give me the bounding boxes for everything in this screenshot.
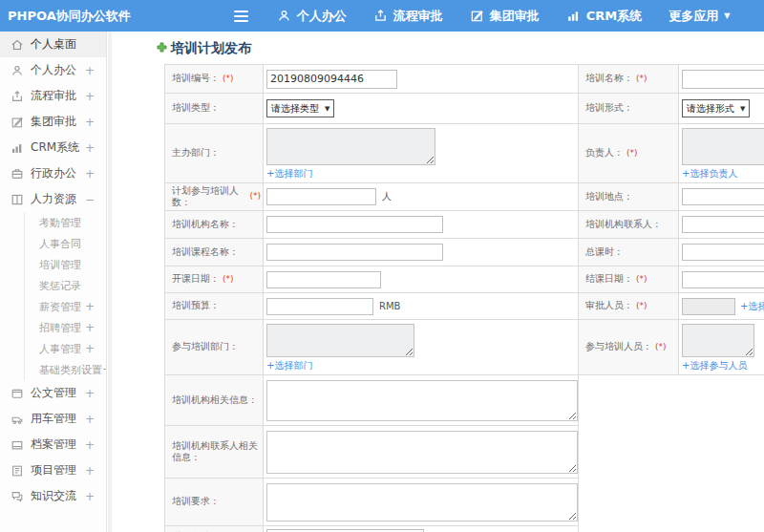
sidebar-item-label: 档案管理 (31, 436, 76, 453)
training-name-input[interactable] (682, 70, 764, 89)
expand-icon[interactable]: + (85, 141, 106, 155)
org-info-textarea[interactable] (266, 380, 578, 421)
select-value: 请选择形式 (687, 102, 734, 116)
expand-icon[interactable]: + (85, 464, 106, 478)
org-name-input[interactable] (266, 216, 443, 233)
sidebar-item-personal-desktop[interactable]: 个人桌面 (0, 32, 106, 57)
sidebar-item-label: 个人桌面 (31, 36, 76, 53)
expand-icon[interactable]: + (85, 116, 106, 129)
expand-icon[interactable]: + (85, 490, 106, 503)
expand-icon[interactable]: + (85, 300, 106, 313)
nav-crm[interactable]: CRM系统 (566, 8, 643, 25)
approver-box[interactable] (682, 298, 735, 315)
requirements-textarea[interactable] (266, 483, 578, 521)
expand-icon[interactable]: + (85, 387, 106, 400)
org-contact-info-textarea[interactable] (266, 431, 578, 474)
sidebar-item-label: 流程审批 (31, 88, 76, 104)
sidebar-subitem-recruiting[interactable]: 招聘管理 + (25, 317, 106, 338)
sidebar-item-label: CRM系统 (31, 139, 79, 156)
sidebar-subitem-label: 薪资管理 (39, 300, 81, 314)
expand-icon[interactable]: + (85, 342, 106, 355)
expand-icon[interactable]: + (85, 438, 106, 452)
required-mark: (*) (636, 301, 647, 311)
sidebar-item-admin-office[interactable]: 行政办公 + (0, 160, 106, 186)
expand-icon[interactable]: + (85, 167, 106, 181)
sidebar-item-personal-office[interactable]: 个人办公 + (0, 57, 106, 83)
nav-group-approval[interactable]: 集团审批 (470, 8, 540, 25)
expand-icon[interactable]: + (85, 321, 106, 334)
sidebar-item-label: 用车管理 (31, 411, 76, 427)
sidebar-subitem-base-category[interactable]: 基础类别设置 + (25, 359, 106, 380)
sidebar-item-vehicles[interactable]: 用车管理 + (0, 406, 106, 432)
sidebar-subitem-label: 招聘管理 (39, 321, 81, 335)
training-form-select[interactable]: 请选择形式 ▼ (682, 99, 750, 117)
participating-departments-textarea[interactable] (266, 324, 414, 357)
unit-label: 人 (382, 190, 392, 203)
user-icon (277, 9, 291, 23)
nav-workflow-approval[interactable]: 流程审批 (373, 8, 443, 25)
host-department-textarea[interactable] (266, 128, 435, 165)
sidebar-subitem-attendance[interactable]: 考勤管理 (25, 212, 106, 233)
training-number-input[interactable] (266, 70, 397, 89)
collapse-icon[interactable]: − (85, 193, 106, 206)
sidebar-item-crm[interactable]: CRM系统 + (0, 135, 106, 160)
sidebar-subitem-hr-contract[interactable]: 人事合同 (25, 233, 106, 254)
sidebar-item-archives[interactable]: 档案管理 + (0, 432, 106, 458)
sidebar-item-group-approval[interactable]: 集团审批 + (0, 109, 106, 135)
attachment-input[interactable] (266, 529, 424, 532)
sidebar-item-documents[interactable]: 公文管理 + (0, 380, 106, 406)
nav-label: 集团审批 (490, 8, 540, 25)
start-date-input[interactable] (266, 271, 381, 288)
field-label: 参与培训部门： (172, 341, 239, 353)
sidebar-subitem-salary[interactable]: 薪资管理 + (25, 296, 106, 317)
sidebar-item-workflow-approval[interactable]: 流程审批 + (0, 83, 106, 109)
form-row: 计划参与培训人数：(*) 人 (165, 183, 578, 211)
field-label: 培训机构名称： (172, 219, 239, 231)
sidebar-subitem-rewards[interactable]: 奖惩记录 (25, 275, 106, 296)
select-department-link[interactable]: +选择部门 (266, 359, 312, 372)
budget-input[interactable] (266, 298, 373, 315)
nav-personal-office[interactable]: 个人办公 (277, 8, 347, 25)
participant-count-input[interactable] (266, 188, 376, 205)
select-leader-link[interactable]: +选择负责人 (682, 167, 737, 181)
select-approver-link[interactable]: +选择审批人员 (740, 300, 764, 313)
end-date-input[interactable] (682, 271, 764, 288)
required-mark: (*) (626, 148, 638, 159)
select-department-link[interactable]: +选择部门 (266, 167, 312, 181)
trainees-textarea[interactable] (682, 324, 754, 357)
total-hours-input[interactable] (682, 244, 764, 261)
field-label: 结课日期： (585, 273, 633, 286)
expand-icon[interactable]: + (85, 413, 106, 426)
required-mark: (*) (249, 191, 261, 202)
sidebar-item-label: 公文管理 (31, 385, 76, 401)
sidebar-item-label: 行政办公 (31, 165, 76, 181)
nav-more-apps[interactable]: 更多应用 ▼ (668, 8, 730, 25)
expand-icon[interactable]: + (85, 64, 106, 77)
form-row: 培训形式： 请选择形式 ▼ (579, 94, 764, 124)
car-icon (11, 413, 24, 426)
leader-textarea[interactable] (682, 128, 764, 165)
org-contact-input[interactable] (682, 216, 764, 233)
app-title: PHPOA协同办公软件 (0, 8, 131, 25)
expand-icon[interactable]: + (85, 90, 106, 103)
sidebar-item-projects[interactable]: 项目管理 + (0, 458, 106, 483)
sidebar-item-hr[interactable]: 人力资源 − (0, 186, 106, 212)
form-row: 结课日期：(*) (579, 266, 764, 293)
select-trainees-link[interactable]: +选择参与人员 (682, 359, 747, 372)
nav-label: 更多应用 (668, 8, 718, 25)
course-name-input[interactable] (266, 244, 443, 261)
upload-flow-icon (373, 9, 388, 23)
top-nav: 个人办公 流程审批 集团审批 CRM系统 更多应用 ▼ (277, 8, 731, 25)
sidebar: 个人桌面 个人办公 + 流程审批 + 集团审批 + CRM系统 + 行政办公 +… (0, 32, 107, 532)
form-row: 参与培训部门： +选择部门 (165, 320, 578, 375)
sidebar-subitem-training[interactable]: 培训管理 (25, 254, 106, 275)
expand-icon[interactable]: + (102, 363, 107, 376)
sidebar-subitem-personnel[interactable]: 人事管理 + (25, 338, 106, 359)
menu-toggle-icon[interactable] (234, 11, 248, 22)
form-row: 附件文档： +附件上传 (165, 526, 578, 532)
location-input[interactable] (682, 188, 764, 205)
sidebar-item-knowledge[interactable]: 知识交流 + (0, 483, 106, 509)
field-label: 培训预算： (172, 300, 220, 312)
form-row: 培训机构相关信息： (165, 375, 578, 426)
training-type-select[interactable]: 请选择类型 ▼ (266, 99, 334, 117)
